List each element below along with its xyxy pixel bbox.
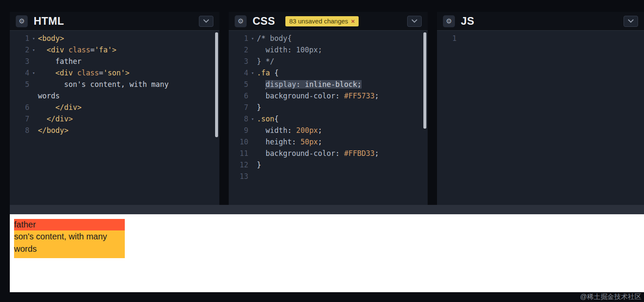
fold-gutter-spacer xyxy=(29,90,38,102)
code-token xyxy=(257,80,265,89)
line-number: 2 xyxy=(10,44,29,56)
code-token: </body> xyxy=(38,126,69,135)
line-number: 4 xyxy=(229,67,248,79)
code-text: width: 100px; xyxy=(257,44,322,56)
code-text: width: 200px; xyxy=(257,125,322,136)
chevron-down-icon xyxy=(411,19,417,23)
line-number: 5 xyxy=(10,79,29,90)
code-text: </div> xyxy=(38,113,73,125)
gear-icon: ⚙ xyxy=(446,18,452,25)
code-token: son's content, with many xyxy=(38,80,169,89)
code-token: ; xyxy=(374,92,379,100)
line-number: 6 xyxy=(10,102,29,113)
html-scrollbar-thumb[interactable] xyxy=(215,32,218,137)
code-token: : xyxy=(288,126,292,135)
line-number: 11 xyxy=(229,148,248,159)
code-text: .fa { xyxy=(257,67,279,79)
fold-arrow-icon[interactable]: ▾ xyxy=(29,33,38,44)
code-token: : xyxy=(292,138,296,146)
css-code-editor[interactable]: 1▾/* body{2 width: 100px;3} */4▾.fa {5 d… xyxy=(229,31,428,204)
code-text: } xyxy=(257,159,261,171)
js-panel-menu-button[interactable] xyxy=(624,16,638,27)
code-token: } xyxy=(257,161,261,169)
code-token: { xyxy=(270,69,279,77)
fold-arrow-icon[interactable]: ▾ xyxy=(248,33,257,44)
css-settings-button[interactable]: ⚙ xyxy=(235,15,247,27)
code-token: : xyxy=(335,92,339,100)
code-line: 11 background-color: #FFBD33; xyxy=(229,148,428,159)
close-icon[interactable]: × xyxy=(351,17,355,25)
code-token: > xyxy=(125,69,129,77)
line-number: 5 xyxy=(229,79,248,90)
code-token: /* body{ xyxy=(257,34,292,43)
code-token: class xyxy=(69,46,90,54)
line-number: 8 xyxy=(10,125,29,136)
line-number: 13 xyxy=(229,171,248,182)
code-line: 13 xyxy=(229,171,428,182)
unsaved-changes-text: 83 unsaved changes xyxy=(289,17,348,25)
code-token: ; xyxy=(357,80,361,89)
html-code-lines: 1▾<body>2▾ <div class='fa'>3 father4▾ <d… xyxy=(10,33,219,136)
code-token: { xyxy=(274,115,279,123)
code-token: words xyxy=(38,92,60,100)
fold-arrow-icon[interactable]: ▾ xyxy=(248,67,257,79)
code-line: 10 height: 50px; xyxy=(229,136,428,148)
code-line: 5 display: inline-block; xyxy=(229,79,428,90)
line-number: 3 xyxy=(10,56,29,67)
code-text: background-color: #FFBD33; xyxy=(257,148,379,159)
fold-gutter-spacer xyxy=(248,159,257,171)
code-token: } */ xyxy=(257,57,274,66)
fold-gutter-spacer xyxy=(29,79,38,90)
js-panel-title: JS xyxy=(461,15,474,27)
fold-gutter-spacer xyxy=(248,56,257,67)
code-line: 7} xyxy=(229,102,428,113)
code-line: 1 xyxy=(437,33,644,44)
code-token xyxy=(38,103,55,112)
css-panel-menu-button[interactable] xyxy=(407,16,422,27)
code-token xyxy=(340,149,344,158)
son-div: son's content, with many words xyxy=(14,230,125,258)
code-line: 9 width: 200px; xyxy=(229,125,428,136)
gear-icon: ⚙ xyxy=(19,18,25,25)
html-panel-menu-button[interactable] xyxy=(199,16,213,27)
html-code-editor[interactable]: 1▾<body>2▾ <div class='fa'>3 father4▾ <d… xyxy=(10,31,219,204)
fold-arrow-icon[interactable]: ▾ xyxy=(29,67,38,79)
code-line: 2 width: 100px; xyxy=(229,44,428,56)
code-token: .son xyxy=(257,115,274,123)
js-settings-button[interactable]: ⚙ xyxy=(443,15,455,27)
chevron-down-icon xyxy=(203,19,209,23)
code-token xyxy=(73,69,77,77)
code-token xyxy=(257,126,265,135)
code-text: <div class='fa'> xyxy=(38,44,116,56)
html-panel: ⚙ HTML 1▾<body>2▾ <div class='fa'>3 fath… xyxy=(10,12,219,205)
css-scrollbar-thumb[interactable] xyxy=(423,32,426,129)
code-line: 4▾ <div class='son'> xyxy=(10,67,219,79)
fold-gutter-spacer xyxy=(248,44,257,56)
fold-arrow-icon[interactable]: ▾ xyxy=(248,113,257,125)
css-code-lines: 1▾/* body{2 width: 100px;3} */4▾.fa {5 d… xyxy=(229,33,428,182)
code-token xyxy=(300,80,305,89)
fold-gutter-spacer xyxy=(248,148,257,159)
code-line: 8</body> xyxy=(10,125,219,136)
js-panel-header: ⚙ JS xyxy=(437,12,644,31)
js-code-editor[interactable]: 1 xyxy=(437,31,644,204)
code-token: 200px xyxy=(296,126,318,135)
fold-gutter-spacer xyxy=(248,171,257,182)
fold-gutter-spacer xyxy=(248,90,257,102)
fold-arrow-icon[interactable]: ▾ xyxy=(29,44,38,56)
fold-gutter-spacer xyxy=(457,33,465,44)
code-text: } */ xyxy=(257,56,274,67)
code-token xyxy=(340,92,344,100)
code-token: display xyxy=(265,80,296,89)
panes-resize-divider[interactable] xyxy=(10,205,644,214)
fold-gutter-spacer xyxy=(248,102,257,113)
fold-gutter-spacer xyxy=(29,102,38,113)
code-line: 3} */ xyxy=(229,56,428,67)
code-text: </div> xyxy=(38,102,81,113)
code-line: words xyxy=(10,90,219,102)
fold-gutter-spacer xyxy=(248,79,257,90)
code-text: .son{ xyxy=(257,113,279,125)
code-token: 'fa' xyxy=(95,46,112,54)
html-settings-button[interactable]: ⚙ xyxy=(16,15,28,27)
code-token: 50px xyxy=(300,138,318,146)
